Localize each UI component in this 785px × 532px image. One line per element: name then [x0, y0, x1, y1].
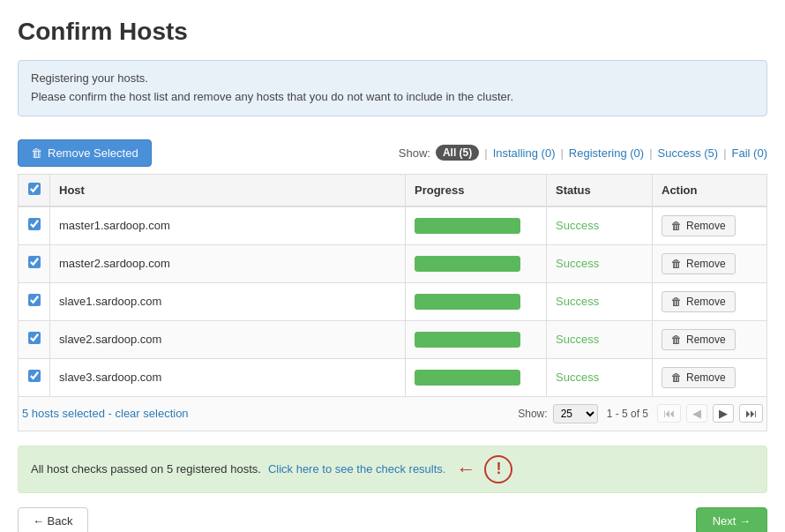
progress-bar-fill — [415, 294, 520, 310]
row-checkbox-2[interactable] — [28, 294, 41, 306]
row-progress-cell — [406, 282, 547, 320]
progress-bar-fill — [415, 332, 520, 348]
check-results-link[interactable]: Click here to see the check results. — [268, 462, 446, 476]
progress-bar-fill — [415, 256, 520, 272]
toolbar: 🗑 Remove Selected Show: All (5) | Instal… — [18, 132, 767, 174]
table-row: master1.sardoop.com Success 🗑 Remove — [19, 206, 767, 245]
progress-bar-fill — [415, 218, 520, 234]
remove-selected-button[interactable]: 🗑 Remove Selected — [18, 139, 152, 167]
page-info: 1 - 5 of 5 — [607, 408, 648, 420]
remove-icon: 🗑 — [31, 146, 42, 160]
progress-bar-container — [415, 370, 520, 386]
row-checkbox-1[interactable] — [28, 256, 41, 268]
row-action-cell: 🗑 Remove — [653, 358, 767, 396]
row-host-cell: slave1.sardoop.com — [50, 282, 406, 320]
header-progress-col: Progress — [406, 174, 547, 206]
row-host-cell: master1.sardoop.com — [50, 206, 406, 245]
row-remove-button[interactable]: 🗑 Remove — [662, 215, 736, 236]
progress-bar-container — [415, 256, 520, 272]
pagination-controls: Show: 25 50 100 1 - 5 of 5 ⏮ ◀ ▶ ⏭ — [518, 404, 763, 423]
row-status-cell: Success — [547, 358, 653, 396]
table-row: slave3.sardoop.com Success 🗑 Remove — [19, 358, 767, 396]
row-host-cell: slave3.sardoop.com — [50, 358, 406, 396]
row-status-cell: Success — [547, 320, 653, 358]
arrow-icon: ← — [456, 458, 475, 481]
header-action-col: Action — [653, 174, 767, 206]
row-action-cell: 🗑 Remove — [653, 320, 767, 358]
filter-all-badge[interactable]: All (5) — [436, 145, 479, 161]
row-remove-button[interactable]: 🗑 Remove — [662, 367, 736, 388]
remove-row-icon: 🗑 — [671, 258, 682, 270]
row-status-cell: Success — [547, 282, 653, 320]
table-row: master2.sardoop.com Success 🗑 Remove — [19, 244, 767, 282]
filter-registering-link[interactable]: Registering (0) — [569, 146, 644, 160]
hosts-table: Host Progress Status Action master1.sard… — [18, 174, 767, 397]
progress-bar-fill — [415, 370, 520, 386]
row-checkbox-3[interactable] — [28, 332, 41, 344]
row-checkbox-cell — [19, 244, 50, 282]
next-page-button[interactable]: ▶ — [713, 404, 734, 423]
row-host-cell: slave2.sardoop.com — [50, 320, 406, 358]
row-checkbox-cell — [19, 358, 50, 396]
select-all-checkbox[interactable] — [28, 183, 41, 195]
header-host-col: Host — [50, 174, 406, 206]
row-remove-button[interactable]: 🗑 Remove — [662, 253, 736, 274]
progress-bar-container — [415, 332, 520, 348]
bottom-nav: ← Back Next → — [18, 507, 767, 532]
info-line2: Please confirm the host list and remove … — [31, 88, 754, 107]
row-action-cell: 🗑 Remove — [653, 244, 767, 282]
remove-row-icon: 🗑 — [671, 333, 682, 346]
row-action-cell: 🗑 Remove — [653, 282, 767, 320]
show-filter: Show: All (5) | Installing (0) | Registe… — [399, 145, 767, 161]
row-host-cell: master2.sardoop.com — [50, 244, 406, 282]
filter-installing-link[interactable]: Installing (0) — [493, 146, 556, 160]
progress-bar-container — [415, 218, 520, 234]
show-per-page-label: Show: — [518, 408, 547, 420]
filter-fail-link[interactable]: Fail (0) — [732, 146, 767, 160]
table-row: slave2.sardoop.com Success 🗑 Remove — [19, 320, 767, 358]
row-checkbox-cell — [19, 320, 50, 358]
info-circle-icon: ! — [484, 455, 512, 483]
show-label: Show: — [399, 146, 430, 160]
table-row: slave1.sardoop.com Success 🗑 Remove — [19, 282, 767, 320]
progress-bar-container — [415, 294, 520, 310]
header-checkbox-col — [19, 174, 50, 206]
row-progress-cell — [406, 320, 547, 358]
hosts-selected-info: 5 hosts selected - clear selection — [22, 407, 189, 420]
first-page-button[interactable]: ⏮ — [657, 404, 681, 423]
filter-success-link[interactable]: Success (5) — [658, 146, 719, 160]
row-remove-button[interactable]: 🗑 Remove — [662, 291, 736, 312]
per-page-select[interactable]: 25 50 100 — [553, 404, 598, 423]
row-checkbox-4[interactable] — [28, 370, 41, 382]
table-footer: 5 hosts selected - clear selection Show:… — [18, 397, 767, 431]
alert-text: All host checks passed on 5 registered h… — [31, 462, 261, 476]
row-remove-button[interactable]: 🗑 Remove — [662, 329, 736, 350]
row-progress-cell — [406, 244, 547, 282]
hosts-selected-count: 5 hosts selected - — [22, 407, 116, 420]
info-line1: Registering your hosts. — [31, 70, 754, 88]
row-checkbox-cell — [19, 282, 50, 320]
remove-row-icon: 🗑 — [671, 220, 682, 232]
alert-success-box: All host checks passed on 5 registered h… — [18, 446, 767, 493]
info-box: Registering your hosts. Please confirm t… — [18, 60, 767, 116]
row-status-cell: Success — [547, 206, 653, 245]
table-header-row: Host Progress Status Action — [19, 174, 767, 206]
row-checkbox-cell — [19, 206, 50, 245]
row-status-cell: Success — [547, 244, 653, 282]
page-title: Confirm Hosts — [18, 18, 767, 46]
next-button[interactable]: Next → — [696, 507, 767, 532]
last-page-button[interactable]: ⏭ — [739, 404, 763, 423]
row-progress-cell — [406, 358, 547, 396]
clear-selection-link[interactable]: clear selection — [116, 407, 189, 420]
prev-page-button[interactable]: ◀ — [686, 404, 707, 423]
row-action-cell: 🗑 Remove — [653, 206, 767, 245]
row-progress-cell — [406, 206, 547, 245]
back-button[interactable]: ← Back — [18, 507, 88, 532]
remove-row-icon: 🗑 — [671, 371, 682, 384]
row-checkbox-0[interactable] — [28, 218, 41, 230]
header-status-col: Status — [547, 174, 653, 206]
remove-row-icon: 🗑 — [671, 296, 682, 308]
